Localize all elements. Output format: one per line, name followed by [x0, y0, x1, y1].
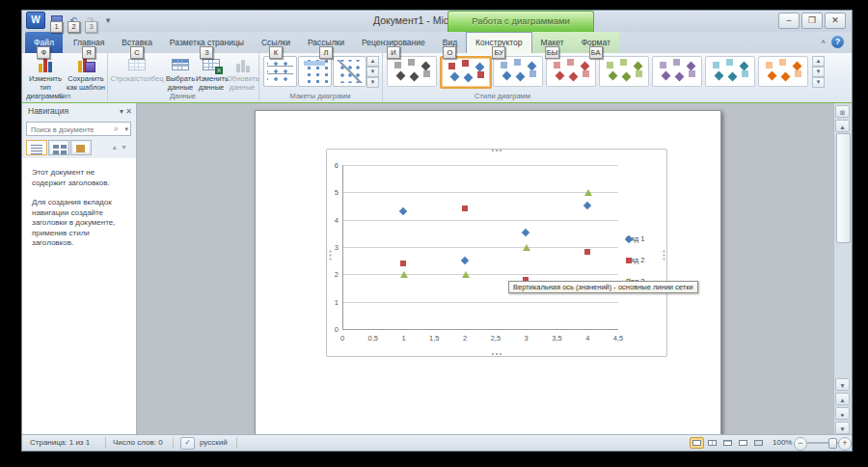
view-web-layout-button[interactable]: [720, 437, 735, 449]
data-point-Ряд 2[interactable]: [400, 261, 406, 266]
data-point-Ряд 3[interactable]: [523, 244, 530, 251]
zoom-slider-thumb[interactable]: [828, 438, 837, 449]
tab-Главная[interactable]: ГлавнаяЯ: [65, 32, 113, 53]
search-dropdown-icon[interactable]: ▾: [124, 125, 128, 133]
page-indicator[interactable]: Страница: 1 из 1: [30, 435, 90, 450]
chart-style-2[interactable]: [440, 56, 492, 89]
tab-Вставка[interactable]: ВставкаС: [113, 32, 161, 53]
keytip-badge: БЫ: [545, 46, 560, 59]
select-data-button[interactable]: Выбрать данные: [165, 55, 196, 94]
chart-style-1[interactable]: [387, 56, 437, 87]
data-point-Ряд 2[interactable]: [462, 206, 468, 211]
chart-style-6[interactable]: [652, 56, 702, 87]
grip-handle-right[interactable]: [662, 250, 666, 261]
chart-object[interactable]: 012345600,511,522,533,544,5Ряд 1Ряд 2Ряд…: [326, 149, 667, 357]
nav-tab-pages[interactable]: [48, 140, 69, 155]
tab-Рассылки[interactable]: РассылкиЛ: [299, 32, 353, 53]
zoom-out-button[interactable]: −: [794, 437, 807, 451]
zoom-in-button[interactable]: +: [838, 437, 852, 451]
data-point-Ряд 3[interactable]: [400, 271, 408, 278]
style-square-marker: [448, 63, 455, 69]
layouts-scroll-down-icon[interactable]: ▼: [366, 67, 379, 77]
edit-data-button[interactable]: X Изменить данные: [196, 55, 227, 94]
search-input[interactable]: [29, 124, 110, 136]
x-tick-label: 2,5: [488, 334, 503, 343]
previous-page-icon[interactable]: ▲: [835, 393, 850, 405]
scrollbar-thumb[interactable]: [836, 133, 851, 243]
tab-Ссылки[interactable]: СсылкиК: [253, 32, 299, 53]
styles-scroll-up-icon[interactable]: ▲: [812, 56, 825, 67]
view-outline-button[interactable]: [736, 437, 750, 449]
style-diamond-marker: [793, 62, 802, 71]
collapse-ribbon-icon[interactable]: ˄: [821, 38, 826, 46]
refresh-data-icon: [232, 57, 252, 72]
tab-Рецензирование[interactable]: РецензированиеИ: [353, 32, 434, 53]
minimize-button[interactable]: –: [778, 13, 800, 29]
view-fullscreen-reading-button[interactable]: [705, 437, 719, 449]
chart-style-8[interactable]: [758, 56, 808, 87]
scroll-up-icon[interactable]: ▲: [835, 120, 850, 132]
chart-layout-2[interactable]: [298, 56, 332, 87]
pane-dropdown-icon[interactable]: ▾: [120, 107, 123, 116]
language-indicator[interactable]: русский: [200, 435, 228, 450]
layouts-more-icon[interactable]: ▼: [366, 77, 379, 88]
restore-button[interactable]: ❐: [801, 13, 823, 29]
nav-tab-headings[interactable]: [26, 140, 47, 155]
legend-item[interactable]: Ряд 2: [626, 256, 644, 264]
view-draft-button[interactable]: [751, 437, 766, 449]
y-axis-line[interactable]: [342, 165, 343, 329]
chart-layout-3[interactable]: [333, 56, 366, 87]
search-box[interactable]: ⌕ ▾: [26, 122, 131, 136]
data-point-Ряд 1[interactable]: [399, 206, 407, 214]
browse-object-icon[interactable]: ●: [835, 407, 850, 420]
spell-check-icon[interactable]: ✓: [180, 437, 195, 450]
tab-Вид[interactable]: ВидО: [434, 32, 466, 53]
tab-Макет[interactable]: МакетБЫ: [532, 32, 573, 53]
data-point-Ряд 3[interactable]: [584, 189, 592, 196]
chart-style-7[interactable]: [705, 56, 755, 87]
tab-Разметка страницы[interactable]: Разметка страницыЗ: [161, 32, 253, 53]
word-count[interactable]: Число слов: 0: [113, 435, 163, 450]
help-icon[interactable]: ?: [831, 36, 844, 48]
zoom-level[interactable]: 100%: [773, 435, 792, 450]
data-point-Ряд 1[interactable]: [522, 229, 529, 236]
chart-style-3[interactable]: [493, 56, 543, 87]
scroll-down-icon[interactable]: ▼: [835, 378, 850, 391]
pane-close-icon[interactable]: ✕: [125, 107, 132, 116]
close-button[interactable]: ✕: [825, 13, 846, 29]
chart-style-5[interactable]: [599, 56, 649, 87]
chart-layout-1[interactable]: [263, 56, 297, 87]
layouts-gallery-scroll: ▲ ▼ ▼: [366, 56, 379, 87]
style-square-marker: [766, 62, 773, 69]
document-page[interactable]: 012345600,511,522,533,544,5Ряд 1Ряд 2Ряд…: [255, 110, 721, 435]
fullscreen-reading-icon: [708, 440, 717, 446]
layouts-scroll-up-icon[interactable]: ▲: [366, 56, 379, 67]
next-page-icon[interactable]: ▼: [835, 422, 850, 434]
data-point-Ряд 1[interactable]: [583, 202, 590, 209]
nav-tab-results[interactable]: [70, 140, 92, 155]
search-icon[interactable]: ⌕: [114, 124, 119, 134]
change-chart-type-button[interactable]: Изменить тип диаграммы: [25, 55, 66, 94]
legend-item[interactable]: Ряд 1: [626, 234, 644, 243]
chart-style-4[interactable]: [546, 56, 596, 87]
view-print-layout-button[interactable]: [690, 437, 704, 449]
tab-Файл[interactable]: ФайлФ: [25, 32, 63, 53]
style-diamond-marker: [715, 71, 724, 81]
style-diamond-marker: [609, 71, 618, 81]
style-diamond-marker: [528, 62, 537, 71]
data-point-Ряд 2[interactable]: [584, 249, 590, 255]
save-as-template-button[interactable]: Сохранить как шаблон: [66, 55, 106, 94]
keytip-badge: И: [387, 46, 400, 59]
tab-Конструктор[interactable]: КонструкторБУ: [466, 32, 531, 53]
data-point-Ряд 3[interactable]: [462, 271, 470, 278]
grip-handle-top[interactable]: [491, 149, 502, 153]
ruler-toggle-icon[interactable]: ⊞: [835, 105, 850, 118]
styles-scroll-down-icon[interactable]: ▼: [812, 67, 825, 77]
window-title: Документ1 - Microsoft Word: [22, 14, 852, 26]
x-tick-label: 0: [335, 334, 350, 343]
tab-Формат[interactable]: ФорматБА: [573, 32, 619, 53]
style-square-marker: [529, 70, 536, 77]
styles-more-icon[interactable]: ▼: [812, 77, 825, 88]
data-point-Ряд 1[interactable]: [460, 256, 468, 263]
grip-handle-bottom[interactable]: [491, 352, 502, 357]
